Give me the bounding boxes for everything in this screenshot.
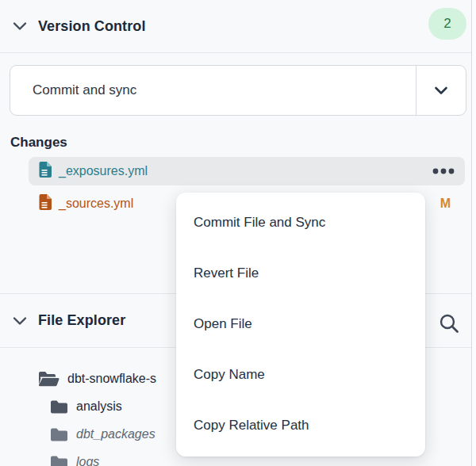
menu-item-copy-relative-path[interactable]: Copy Relative Path [176,400,425,451]
side-panel: Version Control 2 Commit and sync Change… [0,0,472,466]
folder-open-icon [38,370,60,387]
tree-item-label: dbt_packages [76,427,155,441]
search-icon[interactable] [435,309,463,338]
menu-item-copy-name[interactable]: Copy Name [176,350,425,400]
changes-count-badge: 2 [428,8,466,40]
tree-item-label: dbt-snowflake-s [67,372,156,386]
folder-icon [50,427,68,441]
chevron-down-icon[interactable] [11,312,29,330]
menu-item-commit-file-and-sync[interactable]: Commit File and Sync [176,197,425,248]
version-control-header: Version Control [0,0,471,52]
changed-file-row-exposures[interactable]: _exposures.yml [29,157,465,185]
yaml-file-icon [38,193,52,214]
changes-section-label: Changes [10,132,67,154]
changed-file-name: _exposures.yml [59,164,148,178]
folder-icon [50,455,68,466]
menu-item-open-file[interactable]: Open File [176,299,425,350]
commit-and-sync-button[interactable]: Commit and sync [10,65,466,116]
tree-item-label: logs [76,455,99,466]
folder-icon [50,399,68,414]
file-actions-ellipsis-icon[interactable] [430,157,457,185]
changed-file-name: _sources.yml [59,197,133,211]
commit-options-caret[interactable] [416,66,466,115]
divider [0,52,471,53]
file-explorer-title: File Explorer [38,312,125,329]
commit-and-sync-label: Commit and sync [10,66,416,115]
yaml-file-icon [38,161,52,181]
version-control-title: Version Control [38,18,146,35]
file-context-menu: Commit File and Sync Revert File Open Fi… [176,193,425,456]
modified-status-badge: M [440,190,451,217]
chevron-down-icon[interactable] [11,17,29,35]
tree-item-label: analysis [76,399,122,414]
menu-item-revert-file[interactable]: Revert File [176,248,425,299]
